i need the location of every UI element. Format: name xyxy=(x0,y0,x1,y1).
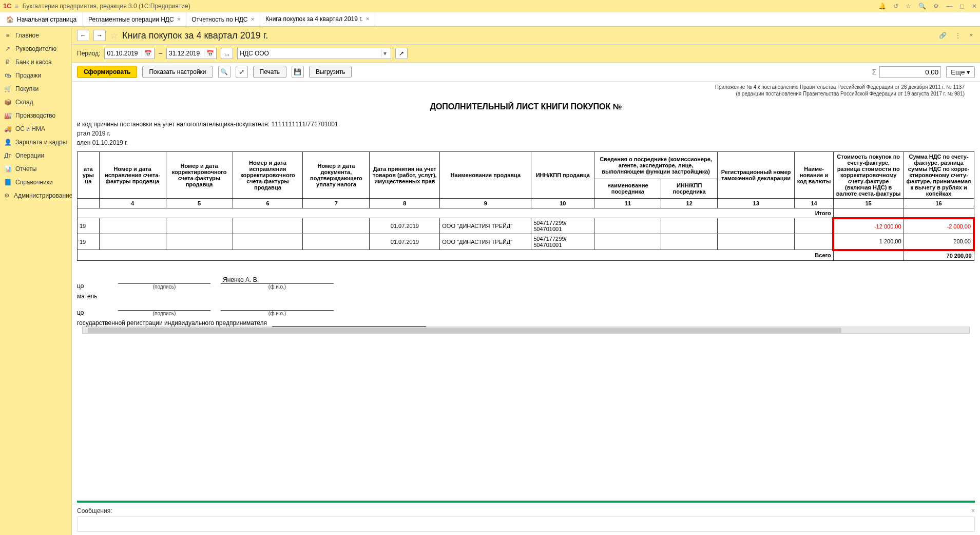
bell-icon[interactable]: 🔔 xyxy=(878,3,886,10)
sidebar-icon: 🛍 xyxy=(4,72,11,79)
main-menu-icon[interactable]: ≡ xyxy=(15,3,18,10)
date-to[interactable]: 📅 xyxy=(166,48,217,59)
sidebar-item-8[interactable]: 👤Зарплата и кадры xyxy=(0,136,71,149)
dropdown-icon[interactable]: ▾ xyxy=(381,50,389,57)
home-tab-label: Начальная страница xyxy=(17,16,76,23)
sidebar-item-label: Продажи xyxy=(15,72,41,79)
tab-2[interactable]: Книга покупок за 4 квартал 2019 г. × xyxy=(260,12,375,26)
save-button[interactable]: 💾 xyxy=(292,66,304,78)
form-button[interactable]: Сформировать xyxy=(77,66,137,78)
content: ← → ☆ Книга покупок за 4 квартал 2019 г.… xyxy=(72,27,980,535)
minimize-icon[interactable]: — xyxy=(946,3,952,10)
report-info-2: ртал 2019 г. xyxy=(77,129,975,138)
col-h13: Регистрационный номер таможенной деклара… xyxy=(717,152,795,199)
col-num: 12 xyxy=(661,199,717,208)
reg-line-label: государственной регистрации индивидуальн… xyxy=(77,319,267,327)
sidebar-item-3[interactable]: 🛍Продажи xyxy=(0,69,71,82)
sidebar-item-11[interactable]: 📘Справочники xyxy=(0,176,71,189)
dash: – xyxy=(159,50,162,57)
sidebar-item-label: Операции xyxy=(15,152,44,159)
col-num: 5 xyxy=(166,199,233,208)
home-icon: 🏠 xyxy=(6,16,14,23)
export-button[interactable]: Выгрузить xyxy=(309,66,352,78)
date-to-input[interactable] xyxy=(167,48,204,59)
report-info-1: и код причины постановки на учет налогоп… xyxy=(77,120,975,129)
sidebar-icon: ₽ xyxy=(4,59,11,66)
report-table: ата уры ца Номер и дата исправления счет… xyxy=(77,151,975,261)
sidebar-item-label: Администрирование xyxy=(14,192,72,199)
window-controls: 🔔 ↺ ☆ 🔍 ⚙ — ◻ ✕ xyxy=(878,3,977,10)
sidebar-item-label: ОС и НМА xyxy=(15,125,45,132)
sidebar-item-label: Главное xyxy=(15,32,39,39)
col-num: 10 xyxy=(531,199,594,208)
close-icon[interactable]: ✕ xyxy=(972,3,977,10)
messages-close-icon[interactable]: × xyxy=(971,507,975,514)
sidebar-icon: ↗ xyxy=(4,45,11,52)
report-area: Приложение № 4 к постановлению Правитель… xyxy=(72,82,980,499)
date-from-input[interactable] xyxy=(105,48,142,59)
sidebar-item-9[interactable]: ДтОперации xyxy=(0,149,71,162)
org-open-button[interactable]: ↗ xyxy=(395,48,408,59)
sidebar-item-label: Банк и касса xyxy=(15,59,52,66)
col-h16: Сумма НДС по счету-фактуре, разница сумм… xyxy=(904,152,974,199)
tab-0[interactable]: Регламентные операции НДС × xyxy=(83,12,186,26)
col-h10: ИНН/КПП продавца xyxy=(531,152,594,199)
expand-button[interactable]: ⤢ xyxy=(236,66,248,78)
col-h12: ИНН/КПП посредника xyxy=(661,179,717,198)
maximize-icon[interactable]: ◻ xyxy=(959,3,965,10)
period-picker-button[interactable]: ... xyxy=(221,48,233,59)
tab-1[interactable]: Отчетность по НДС × xyxy=(186,12,260,26)
sidebar-item-label: Руководителю xyxy=(15,45,56,52)
sidebar-item-label: Зарплата и кадры xyxy=(15,139,67,146)
find-button[interactable]: 🔍 xyxy=(218,66,230,78)
nav-back-button[interactable]: ← xyxy=(77,30,89,41)
star-icon[interactable]: ☆ xyxy=(906,3,911,10)
tab-close-icon[interactable]: × xyxy=(366,15,370,23)
close-page-icon[interactable]: × xyxy=(967,32,975,39)
col-h14: Наиме­нование и код валюты xyxy=(795,152,833,199)
kebab-icon[interactable]: ⋮ xyxy=(953,32,963,39)
col-h5: Номер и дата корректировоч­ного счета-фа… xyxy=(166,152,233,199)
date-from[interactable]: 📅 xyxy=(104,48,155,59)
sidebar-item-7[interactable]: 🚚ОС и НМА xyxy=(0,122,71,136)
sidebar-item-0[interactable]: ≡Главное xyxy=(0,29,71,42)
link-icon[interactable]: 🔗 xyxy=(937,32,949,39)
col-num: 4 xyxy=(99,199,166,208)
tab-close-icon[interactable]: × xyxy=(177,15,181,23)
sidebar-item-5[interactable]: 📦Склад xyxy=(0,95,71,109)
sidebar-icon: ⚙ xyxy=(4,192,10,199)
sig-label-3: цо xyxy=(77,309,108,316)
calendar-icon[interactable]: 📅 xyxy=(142,50,154,57)
settings-icon[interactable]: ⚙ xyxy=(933,3,939,10)
page-title: Книга покупок за 4 квартал 2019 г. xyxy=(122,30,933,41)
home-tab[interactable]: 🏠 Начальная страница xyxy=(0,12,83,26)
nav-forward-button[interactable]: → xyxy=(93,30,106,41)
tabs-bar: 🏠 Начальная страница Регламентные операц… xyxy=(0,12,980,27)
settings-button[interactable]: Показать настройки xyxy=(142,66,213,78)
sidebar-item-10[interactable]: 📊Отчеты xyxy=(0,162,71,176)
sidebar-item-label: Справочники xyxy=(15,179,53,186)
sidebar: ≡Главное↗Руководителю₽Банк и касса🛍Прода… xyxy=(0,27,72,535)
sidebar-item-1[interactable]: ↗Руководителю xyxy=(0,42,71,55)
signature-block: цо (подпись) Яненко А. В. (ф.и.о.) мател… xyxy=(77,276,975,327)
col-h9: Наименование продавца xyxy=(440,152,531,199)
history-icon[interactable]: ↺ xyxy=(893,3,898,10)
search-icon[interactable]: 🔍 xyxy=(918,3,926,10)
more-button[interactable]: Еще ▾ xyxy=(946,66,975,78)
calendar-icon[interactable]: 📅 xyxy=(204,50,216,57)
tab-close-icon[interactable]: × xyxy=(251,15,255,23)
sidebar-item-6[interactable]: 🏭Производство xyxy=(0,109,71,122)
sidebar-item-label: Производство xyxy=(15,112,55,119)
sig-label-1: цо xyxy=(77,282,108,290)
organization-select[interactable]: НДС ООО ▾ xyxy=(237,48,391,59)
sum-input[interactable] xyxy=(879,66,941,78)
favorite-icon[interactable]: ☆ xyxy=(110,30,118,41)
app-logo: 1С xyxy=(3,2,12,10)
tab-label: Регламентные операции НДС xyxy=(88,16,174,23)
messages-body xyxy=(77,517,975,532)
sidebar-item-4[interactable]: 🛒Покупки xyxy=(0,82,71,95)
horizontal-scrollbar[interactable] xyxy=(82,327,970,334)
sidebar-item-2[interactable]: ₽Банк и касса xyxy=(0,55,71,69)
sidebar-item-12[interactable]: ⚙Администрирование xyxy=(0,189,71,202)
print-button[interactable]: Печать xyxy=(253,66,286,78)
